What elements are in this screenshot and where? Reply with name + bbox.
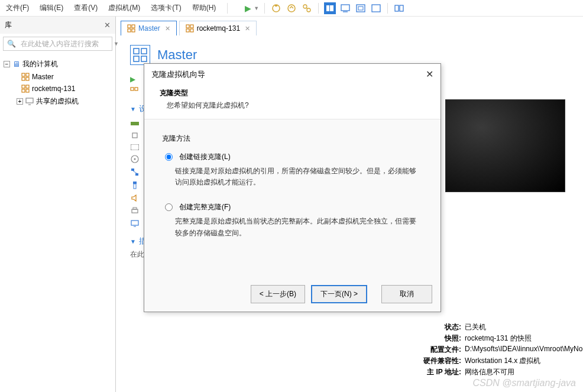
- svg-rect-14: [400, 5, 403, 11]
- radio-input-full[interactable]: [165, 203, 173, 211]
- tab-master[interactable]: Master ✕: [121, 21, 177, 35]
- menu-vm[interactable]: 虚拟机(M): [107, 1, 141, 15]
- menu-help[interactable]: 帮助(H): [191, 1, 218, 15]
- svg-rect-32: [190, 29, 193, 32]
- close-icon[interactable]: ✕: [426, 69, 433, 80]
- disk-icon: [130, 144, 140, 150]
- config-value: D:\Mysofts\IDEA\linnux\Vmroot\MyNode.vmx: [465, 345, 583, 355]
- close-icon[interactable]: ✕: [245, 25, 250, 33]
- tree-my-computer[interactable]: − 🖥 我的计算机: [2, 57, 113, 71]
- dialog-header: 克隆虚拟机向导 ✕: [144, 64, 441, 85]
- svg-rect-13: [395, 5, 399, 11]
- radio-linked-clone[interactable]: 创建链接克隆(L): [162, 152, 423, 162]
- view-unity-icon[interactable]: [370, 2, 382, 14]
- svg-rect-41: [131, 144, 139, 150]
- menubar: 文件(F) 编辑(E) 查看(V) 虚拟机(M) 选项卡(T) 帮助(H) ▶▼: [0, 0, 583, 17]
- ip-value: 网络信息不可用: [465, 367, 514, 377]
- preview-thumbnail: [446, 100, 565, 192]
- svg-rect-6: [326, 5, 329, 11]
- separator: [264, 3, 265, 14]
- dialog-body: 克隆方法 创建链接克隆(L) 链接克隆是对原始虚拟机的引用，所需的存储磁盘空间较…: [144, 119, 441, 279]
- tree-vm-master[interactable]: Master: [2, 71, 113, 83]
- svg-line-5: [306, 8, 307, 9]
- menu-file[interactable]: 文件(F): [5, 1, 30, 15]
- snapshot-revert-icon[interactable]: [286, 2, 297, 14]
- expand-icon[interactable]: +: [17, 98, 23, 105]
- tree-label: Master: [32, 73, 54, 81]
- svg-rect-51: [131, 221, 138, 225]
- next-button[interactable]: 下一页(N) >: [311, 285, 367, 303]
- cd-icon: [130, 155, 140, 163]
- svg-rect-11: [358, 7, 363, 10]
- dropdown-icon[interactable]: ▼: [254, 5, 259, 11]
- svg-rect-22: [26, 89, 29, 92]
- tab-label: Master: [138, 24, 160, 33]
- linked-clone-desc: 链接克隆是对原始虚拟机的引用，所需的存储磁盘空间较少。但是，必须能够访问原始虚拟…: [162, 166, 423, 188]
- view-thumbnails-icon[interactable]: [324, 2, 336, 14]
- config-label: 配置文件:: [406, 345, 465, 355]
- clone-wizard-dialog: 克隆虚拟机向导 ✕ 克隆类型 您希望如何克隆此虚拟机? 克隆方法 创建链接克隆(…: [144, 63, 441, 312]
- collapse-icon[interactable]: −: [4, 61, 10, 67]
- compat-label: 硬件兼容性:: [406, 356, 465, 366]
- vm-title-row: Master: [130, 45, 569, 65]
- tree-vm-rocketmq[interactable]: rocketmq-131: [2, 83, 113, 95]
- svg-rect-44: [131, 169, 134, 171]
- computer-icon: 🖥: [12, 60, 20, 69]
- display-icon: [130, 220, 140, 227]
- menu-tabs[interactable]: 选项卡(T): [150, 1, 182, 15]
- close-icon[interactable]: ✕: [104, 21, 111, 30]
- snapshot-icon[interactable]: [270, 2, 282, 14]
- sound-icon: [130, 194, 140, 202]
- library-panel: 库 ✕ 🔍 ▼ − 🖥 我的计算机 Master rocketmq-131: [0, 17, 116, 392]
- method-label: 克隆方法: [162, 134, 423, 144]
- cancel-button[interactable]: 取消: [381, 285, 432, 303]
- svg-rect-27: [128, 29, 131, 32]
- edit-icon: [130, 87, 138, 95]
- close-icon[interactable]: ✕: [165, 25, 170, 33]
- snapshot-manage-icon[interactable]: [301, 2, 313, 14]
- printer-icon: [130, 207, 140, 215]
- vm-icon: [21, 73, 30, 81]
- radio-input-linked[interactable]: [165, 153, 173, 161]
- panel-title: 库: [5, 20, 12, 30]
- svg-rect-25: [128, 25, 131, 28]
- svg-rect-19: [22, 85, 25, 88]
- view-fullscreen-icon[interactable]: [355, 2, 367, 14]
- svg-rect-37: [131, 88, 134, 90]
- radio-full-clone[interactable]: 创建完整克隆(F): [162, 202, 423, 212]
- svg-rect-17: [22, 77, 25, 80]
- tree-shared-vms[interactable]: + 共享的虚拟机: [2, 95, 113, 108]
- vm-icon: [21, 85, 30, 93]
- svg-rect-38: [135, 88, 138, 90]
- separator: [318, 3, 319, 14]
- tab-rocketmq[interactable]: rocketmq-131 ✕: [179, 21, 257, 35]
- menu-view[interactable]: 查看(V): [73, 1, 99, 15]
- svg-rect-45: [135, 173, 138, 176]
- svg-rect-21: [22, 89, 25, 92]
- dialog-footer: < 上一步(B) 下一页(N) > 取消: [144, 279, 441, 312]
- dialog-subheader: 克隆类型 您希望如何克隆此虚拟机?: [144, 85, 441, 119]
- svg-rect-49: [132, 209, 138, 213]
- radio-label: 创建链接克隆(L): [179, 152, 231, 162]
- view-console-icon[interactable]: [339, 2, 351, 14]
- library-icon[interactable]: [393, 2, 405, 14]
- tree-label: 我的计算机: [22, 59, 58, 69]
- svg-rect-36: [141, 56, 147, 61]
- svg-rect-12: [372, 5, 380, 12]
- search-input[interactable]: [20, 39, 111, 48]
- vm-details: 状态:已关机 快照:rocketmq-131 的快照 配置文件:D:\Mysof…: [406, 322, 583, 378]
- back-button[interactable]: < 上一步(B): [251, 285, 305, 303]
- svg-rect-40: [132, 133, 137, 138]
- snapshot-label: 快照:: [406, 333, 465, 344]
- svg-rect-31: [186, 29, 189, 32]
- tab-label: rocketmq-131: [197, 24, 240, 33]
- play-icon[interactable]: ▶: [245, 4, 251, 13]
- svg-rect-29: [186, 25, 189, 28]
- menu-edit[interactable]: 编辑(E): [38, 1, 64, 15]
- ip-label: 主 IP 地址:: [406, 367, 465, 377]
- svg-rect-47: [133, 182, 137, 184]
- vm-preview[interactable]: [445, 99, 565, 192]
- svg-rect-39: [131, 122, 139, 125]
- search-icon: 🔍: [4, 40, 20, 48]
- watermark: CSDN @smartjiang-java: [472, 378, 576, 388]
